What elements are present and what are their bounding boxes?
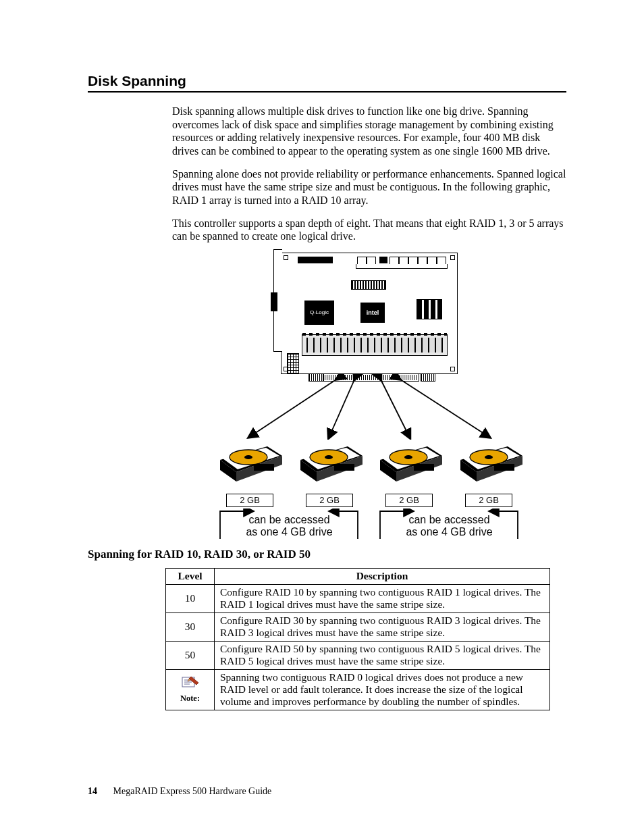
svg-line-1 xyxy=(329,378,355,436)
table-cell-level: 10 xyxy=(166,585,215,613)
svg-line-3 xyxy=(398,378,488,436)
note-label: Note: xyxy=(180,694,200,703)
table-cell-level: 50 xyxy=(166,642,215,670)
chip-qlogic: Q-Logic xyxy=(304,301,334,325)
svg-point-14 xyxy=(325,455,333,459)
table-cell-note-icon: Note: xyxy=(166,670,215,710)
table-header-level: Level xyxy=(166,569,215,585)
span-group-left: can be accessed as one 4 GB drive xyxy=(213,509,365,538)
svg-rect-17 xyxy=(334,464,354,471)
note-icon xyxy=(182,675,199,692)
span-group-right: can be accessed as one 4 GB drive xyxy=(373,509,525,538)
table-row: 50 Configure RAID 50 by spanning two con… xyxy=(166,642,550,670)
svg-point-28 xyxy=(485,455,493,459)
span-text-line1: can be accessed xyxy=(248,514,329,525)
paragraph-3: This controller supports a span depth of… xyxy=(172,217,566,243)
table-subheading: Spanning for RAID 10, RAID 30, or RAID 5… xyxy=(88,548,566,561)
hard-drive-icon xyxy=(454,440,525,487)
drive-capacity: 2 GB xyxy=(385,494,433,507)
table-cell-desc: Configure RAID 50 by spanning two contig… xyxy=(215,642,550,670)
svg-rect-31 xyxy=(494,464,514,471)
span-text-line2: as one 4 GB drive xyxy=(246,526,332,538)
svg-line-0 xyxy=(250,378,338,436)
body-column: Disk spanning allows multiple disk drive… xyxy=(172,105,566,538)
expansion-slot xyxy=(302,334,448,356)
table-cell-note-desc: Spanning two contiguous RAID 0 logical d… xyxy=(215,670,550,710)
table-row: 30 Configure RAID 30 by spanning two con… xyxy=(166,613,550,642)
footer-title: MegaRAID Express 500 Hardware Guide xyxy=(113,786,272,796)
raid-spanning-table: Level Description 10 Configure RAID 10 b… xyxy=(165,568,550,710)
connection-arrows xyxy=(213,374,525,440)
hard-drive-icon xyxy=(373,440,445,487)
table-cell-desc: Configure RAID 10 by spanning two contig… xyxy=(215,585,550,613)
table-header-row: Level Description xyxy=(166,569,550,585)
svg-line-2 xyxy=(380,378,409,436)
table-cell-level: 30 xyxy=(166,613,215,642)
hard-drive-icon xyxy=(213,440,285,487)
svg-rect-24 xyxy=(414,464,434,471)
section-heading: Disk Spanning xyxy=(88,73,566,89)
paragraph-1: Disk spanning allows multiple disk drive… xyxy=(172,105,566,158)
drive-capacity: 2 GB xyxy=(465,494,512,507)
table-header-desc: Description xyxy=(215,569,550,585)
chip-qlogic-label: Q-Logic xyxy=(310,309,329,316)
paragraph-2: Spanning alone does not provide reliabil… xyxy=(172,167,566,207)
controller-card: Q-Logic intel xyxy=(281,253,458,374)
chip-intel-label: intel xyxy=(367,309,379,317)
page-footer: 14 MegaRAID Express 500 Hardware Guide xyxy=(88,786,271,797)
svg-point-7 xyxy=(244,455,252,459)
table-cell-desc: Configure RAID 30 by spanning two contig… xyxy=(215,613,550,642)
hard-drive-icon xyxy=(294,440,365,487)
section-rule xyxy=(88,91,566,93)
svg-rect-10 xyxy=(254,464,274,471)
chip-intel: intel xyxy=(360,303,385,323)
span-text-line1: can be accessed xyxy=(408,514,489,525)
svg-point-21 xyxy=(404,455,412,459)
drive-capacity: 2 GB xyxy=(306,494,353,507)
drive-capacity: 2 GB xyxy=(226,494,273,507)
table-row-note: Note: Spanning two contiguous RAID 0 log… xyxy=(166,670,550,710)
document-page: Disk Spanning Disk spanning allows multi… xyxy=(0,0,644,834)
page-number: 14 xyxy=(88,786,97,796)
table-row: 10 Configure RAID 10 by spanning two con… xyxy=(166,585,550,613)
span-text-line2: as one 4 GB drive xyxy=(406,526,492,538)
disk-spanning-diagram: Q-Logic intel xyxy=(213,253,525,538)
